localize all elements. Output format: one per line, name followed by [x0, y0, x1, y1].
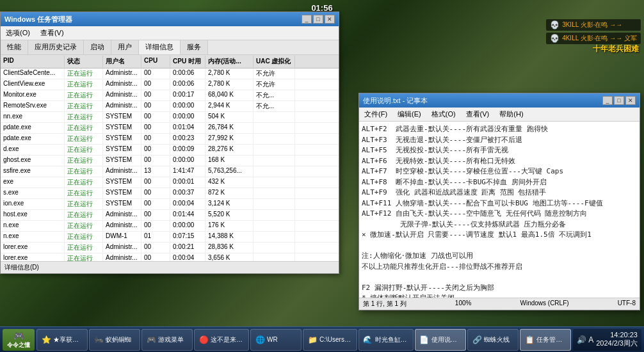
taskbar-item[interactable]: ⭐ ★享获乱舞★ — [36, 329, 88, 351]
cell-cpu: 00 — [141, 79, 170, 90]
taskbar-item-text: 任务管理器 — [536, 335, 567, 344]
np-menu-view[interactable]: 查看(V) — [463, 109, 492, 120]
cell-cpu: 00 — [141, 210, 170, 220]
cell-cpu: 00 — [141, 156, 170, 166]
menu-options[interactable]: 选项(O) — [3, 28, 33, 38]
cell-uac: 不允许 — [254, 68, 295, 79]
table-row[interactable]: ssfire.exe 正在运行 Administr... 13 1:41:47 … — [1, 166, 339, 177]
taskbar-item[interactable]: 🔗 蜘蛛火线 — [467, 329, 519, 351]
task-manager-statusbar: 详细信息(D) — [1, 261, 339, 273]
table-row[interactable]: pdate.exe 正在运行 SYSTEM 00 0:00:23 27,992 … — [1, 134, 339, 145]
taskbar-item-text: ★享获乱舞★ — [53, 335, 83, 344]
table-row[interactable]: nn.exe 正在运行 SYSTEM 00 0:00:00 504 K — [1, 112, 339, 123]
task-manager-window: Windows 任务管理器 _ □ ✕ 选项(O) 查看(V) 性能 应用历史记… — [0, 12, 339, 274]
cell-cpu: 13 — [141, 166, 170, 177]
cell-user: SYSTEM — [103, 188, 141, 198]
taskbar-item[interactable]: 🌊 时光鱼缸——... — [358, 329, 414, 351]
tab-startup[interactable]: 启动 — [84, 40, 111, 54]
cell-status: 正在运行 — [65, 188, 103, 198]
table-row[interactable]: ClientView.exe 正在运行 Administr... 00 0:00… — [1, 79, 339, 90]
tab-details[interactable]: 详细信息 — [139, 40, 181, 54]
table-row[interactable]: exe 正在运行 SYSTEM 00 0:00:01 432 K — [1, 177, 339, 188]
taskbar-item[interactable]: 🎮 游戏菜单 — [141, 329, 193, 351]
np-menu-help[interactable]: 帮助(H) — [497, 109, 526, 120]
maximize-button[interactable]: □ — [313, 15, 323, 24]
process-table[interactable]: ClientSafeCente... 正在运行 Administr... 00 … — [1, 68, 339, 273]
cell-mem: 432 K — [205, 177, 254, 188]
table-row[interactable]: lorer.exe 正在运行 Administr... 00 0:00:21 2… — [1, 243, 339, 253]
notepad-content[interactable]: ALT+F2 武器去重-默认关----所有武器没有重量 跑得快 ALT+F3 无… — [359, 122, 640, 301]
system-clock[interactable]: 14:20:23 2024/2/3周六 — [596, 331, 638, 348]
col-uac[interactable]: UAC 虚拟化 — [254, 56, 295, 67]
col-user[interactable]: 用户名 — [103, 56, 141, 67]
table-row[interactable]: d.exe 正在运行 SYSTEM 00 0:00:09 28,276 K — [1, 145, 339, 156]
table-row[interactable]: ion.exe 正在运行 SYSTEM 00 0:00:04 3,124 K — [1, 199, 339, 210]
tab-performance[interactable]: 性能 — [1, 40, 28, 54]
table-row[interactable]: ghost.exe 正在运行 SYSTEM 00 0:00:00 168 K — [1, 156, 339, 166]
tab-services[interactable]: 服务 — [181, 40, 208, 54]
cell-mem: 2,944 K — [205, 101, 254, 111]
taskbar-item[interactable]: 📋 任务管理器 — [520, 329, 571, 351]
menu-view[interactable]: 查看(V) — [38, 28, 67, 38]
start-button[interactable]: 🎮 令令之懂 — [3, 329, 35, 351]
cell-mem: 504 K — [205, 112, 254, 122]
cell-cpu-time: 0:00:04 — [170, 199, 205, 209]
np-maximize-button[interactable]: □ — [614, 96, 624, 105]
table-row[interactable]: RemoteSrv.exe 正在运行 Administr... 00 0:00:… — [1, 101, 339, 112]
volume-icon[interactable]: 🔊 — [577, 335, 586, 344]
col-pid[interactable]: PID — [1, 56, 65, 67]
col-status[interactable]: 状态 — [65, 56, 103, 67]
table-row[interactable]: n.exe 正在运行 Administr... 00 0:00:00 176 K — [1, 221, 339, 232]
np-minimize-button[interactable]: _ — [602, 96, 613, 105]
np-close-button[interactable]: ✕ — [625, 96, 636, 105]
input-method-icon[interactable]: A — [588, 335, 593, 344]
np-menu-file[interactable]: 文件(F) — [362, 109, 390, 120]
taskbar-item-text: 时光鱼缸——... — [375, 335, 409, 344]
table-row[interactable]: host.exe 正在运行 Administr... 00 0:01:44 5,… — [1, 210, 339, 221]
cell-uac — [254, 112, 295, 122]
table-row[interactable]: s.exe 正在运行 SYSTEM 00 0:00:37 872 K — [1, 188, 339, 199]
cell-cpu: 00 — [141, 199, 170, 209]
table-row[interactable]: Monitor.exe 正在运行 Administr... 00 0:00:17… — [1, 90, 339, 101]
cell-name: pdate.exe — [1, 123, 65, 133]
cell-cpu: 00 — [141, 221, 170, 231]
minimize-button[interactable]: _ — [302, 15, 312, 24]
taskbar-item-icon: 🎮 — [146, 335, 156, 345]
taskbar-item[interactable]: 📄 使用说明.txt... — [415, 329, 467, 351]
table-row[interactable]: ClientSafeCente... 正在运行 Administr... 00 … — [1, 68, 339, 79]
task-manager-title: Windows 任务管理器 — [4, 15, 72, 24]
taskbar-item-icon: 📄 — [419, 335, 430, 345]
np-charset: UTF-8 — [618, 300, 636, 308]
tab-users[interactable]: 用户 — [111, 40, 139, 54]
taskbar-items: ⭐ ★享获乱舞★ 🐜 蚁蚂铜蜘 🎮 游戏菜单 🔴 这不是来自红... 🌐 WR … — [36, 329, 571, 351]
taskbar-item-icon: 🔗 — [472, 335, 482, 345]
table-row[interactable]: pdate.exe 正在运行 SYSTEM 00 0:01:04 26,784 … — [1, 123, 339, 134]
np-menu-format[interactable]: 格式(O) — [429, 109, 458, 120]
tab-app-history[interactable]: 应用历史记录 — [28, 40, 84, 54]
cell-status: 正在运行 — [65, 177, 103, 188]
col-mem[interactable]: 内存(活动... — [205, 56, 254, 67]
cell-uac — [254, 210, 295, 220]
col-cpu[interactable]: CPU — [141, 56, 170, 67]
taskbar-item[interactable]: 🔴 这不是来自红... — [194, 329, 249, 351]
cell-mem: 168 K — [205, 156, 254, 166]
taskbar-item[interactable]: 📁 C:\Users\Adv... — [303, 329, 357, 351]
taskbar-item[interactable]: 🐜 蚁蚂铜蜘 — [89, 329, 140, 351]
taskbar-item[interactable]: 🌐 WR — [250, 329, 302, 351]
task-manager-menubar: 选项(O) 查看(V) — [1, 26, 339, 40]
start-label: 令令之懂 — [7, 342, 30, 349]
cell-status: 正在运行 — [65, 145, 103, 155]
cell-uac — [254, 166, 295, 177]
cell-uac — [254, 177, 295, 188]
cell-uac — [254, 232, 295, 242]
close-button[interactable]: ✕ — [325, 15, 335, 24]
table-row[interactable]: n.exe 正在运行 DWM-1 01 0:07:15 14,388 K — [1, 232, 339, 243]
np-menu-edit[interactable]: 编辑(E) — [395, 109, 424, 120]
cell-name: nn.exe — [1, 112, 65, 122]
cell-name: n.exe — [1, 221, 65, 231]
cell-name: Monitor.exe — [1, 90, 65, 100]
cell-user: Administr... — [103, 101, 141, 111]
cell-uac — [254, 188, 295, 198]
col-cpu-time[interactable]: CPU 时用 — [170, 56, 205, 67]
cell-status: 正在运行 — [65, 243, 103, 253]
